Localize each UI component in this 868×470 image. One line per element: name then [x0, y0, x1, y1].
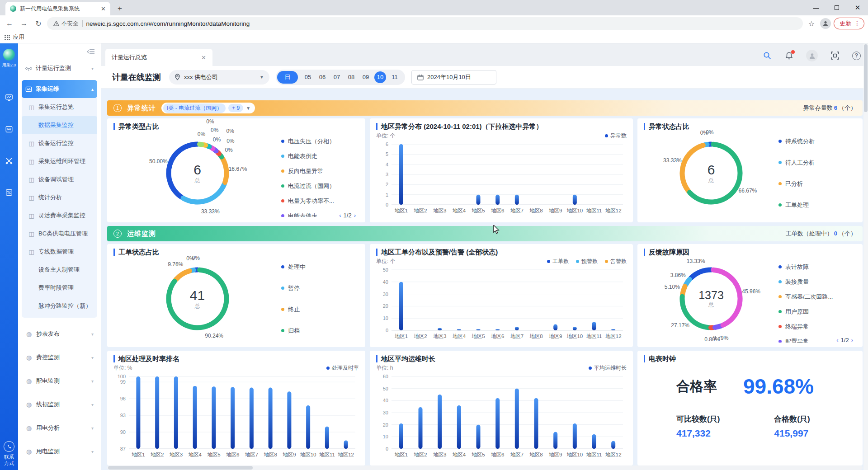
day-option[interactable]: 10 [374, 71, 386, 83]
legend-item[interactable]: 工单处理 [778, 197, 856, 212]
legend-item[interactable]: 电量为零功率不... [281, 193, 359, 208]
mouse-cursor [493, 225, 501, 234]
sidebar-subitem[interactable]: ◫灵活费率采集监控 [22, 207, 97, 225]
sidebar-subitem[interactable]: ◫设备调试管理 [22, 170, 97, 188]
legend-pager[interactable]: ‹1/2› [834, 337, 855, 343]
legend-item[interactable]: 已分析 [778, 176, 856, 191]
svg-text:地区10: 地区10 [566, 334, 583, 339]
legend-item[interactable]: 反向电量异常 [281, 164, 359, 179]
sidebar-subitem[interactable]: ◫专线数据管理 [22, 243, 97, 261]
search-icon[interactable] [763, 51, 772, 60]
legend-item[interactable]: 处理及时率 [326, 364, 359, 372]
user-avatar[interactable] [806, 50, 818, 61]
sidebar-group-item[interactable]: ◍用电监测▾ [22, 440, 97, 463]
day-option[interactable]: 11 [387, 74, 402, 80]
day-option[interactable]: 08 [344, 74, 359, 80]
sidebar-group-item[interactable]: ◍线损监测▾ [22, 393, 97, 416]
exception-filter-dropdown[interactable]: Ⅰ类 - 电流过流（国网） + 9 ▼ [161, 103, 255, 113]
legend-item[interactable]: 异常数 [605, 132, 627, 140]
sidebar-group-item[interactable]: ◍费控监测▾ [22, 346, 97, 369]
monitor-chart-icon[interactable] [5, 94, 13, 102]
legend-item[interactable]: 归档 [281, 323, 359, 338]
legend-item[interactable]: 电压失压（分相） [281, 134, 359, 149]
legend-item[interactable]: 表计故障 [778, 259, 856, 274]
tab-close-icon[interactable]: ✕ [201, 54, 206, 61]
svg-text:40: 40 [383, 279, 388, 285]
vertical-scrollbar[interactable] [863, 43, 868, 470]
sidebar-subitem[interactable]: 数据采集监控 [22, 116, 97, 134]
legend-item[interactable]: 预警数 [576, 258, 598, 265]
svg-text:20: 20 [383, 422, 388, 428]
new-tab-button[interactable]: + [114, 3, 126, 14]
svg-text:地区12: 地区12 [605, 208, 622, 213]
notification-bell-icon[interactable] [784, 51, 793, 60]
horizontal-scrollbar[interactable] [107, 465, 863, 470]
day-option[interactable]: 05 [301, 74, 315, 80]
date-picker[interactable]: 2024年10月10日 [411, 70, 496, 85]
legend-item[interactable]: 待系统分析 [778, 134, 856, 149]
contact-button[interactable]: 联系方式 [4, 441, 14, 466]
menu-dots-icon[interactable]: ⋮ [854, 20, 860, 27]
apps-grid-icon[interactable] [5, 35, 10, 40]
tools-icon[interactable] [5, 157, 13, 165]
legend-item[interactable]: 互感器/二次回路... [778, 289, 856, 304]
help-icon[interactable]: ? [852, 52, 861, 60]
meter-card-icon[interactable] [5, 188, 13, 197]
legend-item[interactable]: 电能表倒走 [281, 149, 359, 164]
window-close-button[interactable]: ✕ [847, 0, 868, 15]
period-day-pill[interactable]: 日 [277, 71, 298, 84]
security-indicator[interactable]: 不安全 [53, 20, 79, 28]
card-region-exception: 地区异常分布 (2024-10-11 02:01)（下拉框选中异常） 单位: 个… [370, 118, 633, 222]
day-option[interactable]: 07 [330, 74, 344, 80]
svg-text:30: 30 [383, 410, 388, 415]
legend-item[interactable]: 装接质量 [778, 274, 856, 289]
legend-item[interactable]: 处理中 [281, 259, 359, 274]
browser-tab[interactable]: 新一代用电信息采集系统 ✕ [5, 2, 110, 15]
window-restore-button[interactable] [826, 0, 847, 15]
sidebar-group-item[interactable]: ◍配电监测▾ [22, 369, 97, 393]
legend-item[interactable]: 待人工分析 [778, 155, 856, 170]
sidebar-subitem[interactable]: ◫设备运行监控 [22, 134, 97, 152]
legend-item[interactable]: 终止 [281, 302, 359, 317]
legend-pager[interactable]: ‹1/2› [337, 212, 358, 219]
legend-item[interactable]: 用户原因 [778, 304, 856, 319]
company-select[interactable]: xxx 供电公司 ▼ [169, 70, 269, 85]
window-minimize-button[interactable]: — [806, 0, 826, 15]
sidebar-subitem[interactable]: 费率时段管理 [22, 279, 97, 297]
fullscreen-icon[interactable] [830, 51, 840, 60]
sidebar-subitem[interactable]: 脉冲分路监控（新） [22, 297, 97, 315]
app-logo[interactable] [3, 49, 15, 61]
terminal-box-icon[interactable] [5, 125, 13, 133]
profile-avatar[interactable] [820, 18, 831, 29]
tab-close-icon[interactable]: ✕ [101, 5, 106, 12]
sidebar-subitem[interactable]: 设备主人制管理 [22, 261, 97, 279]
group-icon: ◍ [25, 401, 33, 408]
workspace-tab[interactable]: 计量运行总览 ✕ [105, 49, 212, 66]
svg-text:地区4: 地区4 [453, 208, 466, 213]
svg-text:地区11: 地区11 [586, 452, 602, 457]
forward-button[interactable]: → [18, 18, 30, 29]
legend-item[interactable]: 告警数 [605, 258, 627, 265]
legend-item[interactable]: 平均运维时长 [589, 364, 627, 372]
sidebar-subitem[interactable]: ◫采集运维闭环管理 [22, 152, 97, 170]
legend-item[interactable]: 终端异常 [778, 319, 856, 334]
url-bar[interactable]: 不安全 neweic.js.sgcc.com.cn/#/com/runningM… [47, 17, 803, 30]
sidebar-collapse-icon[interactable] [87, 49, 94, 55]
legend-item[interactable]: 暂停 [281, 281, 359, 296]
sidebar-subitem[interactable]: ◫统计分析 [22, 188, 97, 207]
back-button[interactable]: ← [4, 18, 15, 29]
sidebar-group-header[interactable]: 采集运维 ▴ [22, 80, 97, 98]
sidebar-item-metering-monitor[interactable]: 计量运行监测 ▾ [22, 59, 97, 77]
sidebar-subitem[interactable]: ◫BC类供电电压管理 [22, 225, 97, 243]
bookmarks-apps-label[interactable]: 应用 [13, 33, 24, 41]
day-option[interactable]: 06 [315, 74, 330, 80]
legend-item[interactable]: 电流过流（国网） [281, 179, 359, 193]
refresh-button[interactable]: ↻ [33, 18, 44, 29]
legend-item[interactable]: 工单数 [547, 258, 569, 265]
chrome-update-button[interactable]: 更新 ⋮ [834, 18, 864, 29]
day-option[interactable]: 09 [359, 74, 373, 80]
bookmark-star-icon[interactable]: ☆ [806, 18, 817, 29]
sidebar-group-item[interactable]: ◍抄表发布▾ [22, 322, 97, 346]
sidebar-group-item[interactable]: ◍用电分析▾ [22, 416, 97, 440]
sidebar-subitem[interactable]: ◫采集运行总览 [22, 98, 97, 116]
